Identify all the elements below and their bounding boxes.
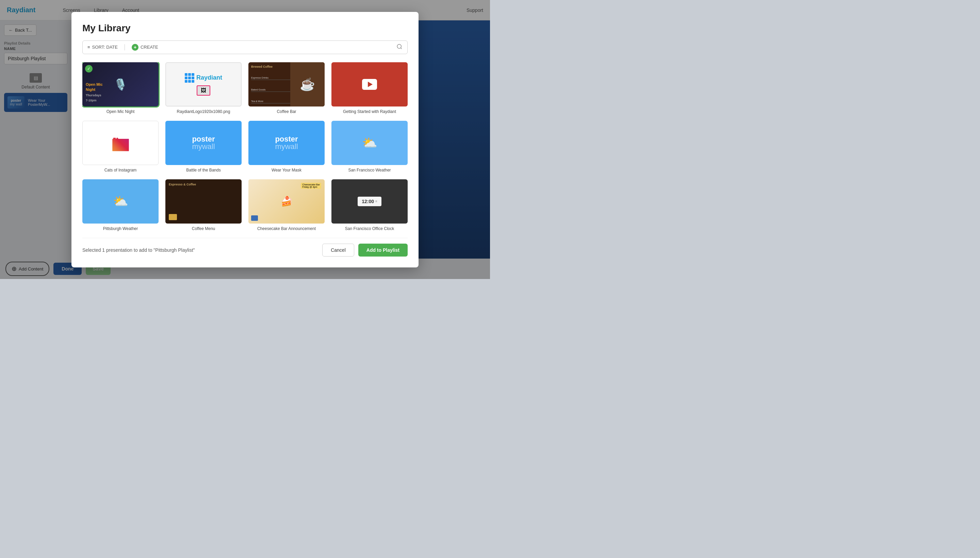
- list-item[interactable]: Raydiant 🖼 RaydiantLogo1920x1080.png: [165, 62, 241, 114]
- toolbar-separator: [125, 44, 125, 50]
- media-label: Cats of Instagram: [105, 168, 137, 172]
- thumbnail-wear-mask: poster mywall: [248, 121, 325, 165]
- list-item[interactable]: ✓ 🎙️ Open MicNightThursdays7-10pm Open M…: [82, 62, 159, 114]
- modal-footer: Selected 1 presentation to add to "Pitts…: [82, 238, 408, 256]
- create-button[interactable]: + CREATE: [132, 44, 158, 51]
- thumbnail-coffee-bar: Brewed Coffee Espresso Drinks Baked Good…: [248, 62, 325, 107]
- media-label: Getting Started with Raydiant: [343, 109, 396, 114]
- image-placeholder-icon: 🖼: [197, 85, 210, 95]
- media-label: San Francisco Office Clock: [345, 226, 394, 231]
- modal-overlay: My Library ≡ SORT: DATE + CREATE: [0, 0, 490, 279]
- media-label: Coffee Menu: [192, 226, 215, 231]
- thumbnail-sf-weather: ⛅: [332, 121, 408, 165]
- cancel-button[interactable]: Cancel: [322, 244, 354, 256]
- thumbnail-pittsburgh-weather: ⛅: [82, 179, 159, 223]
- list-item[interactable]: Brewed Coffee Espresso Drinks Baked Good…: [248, 62, 325, 114]
- media-label: San Francisco Weather: [348, 168, 391, 172]
- weather-icon: ⛅: [362, 136, 378, 150]
- thumbnail-open-mic-night: ✓ 🎙️ Open MicNightThursdays7-10pm: [82, 62, 159, 107]
- thumbnail-coffee-menu: Espresso & Coffee: [165, 179, 241, 223]
- clock-time: 12:00: [362, 199, 374, 204]
- modal-title: My Library: [82, 23, 408, 34]
- svg-point-0: [397, 44, 401, 48]
- thumbnail-battle-bands: poster mywall: [165, 121, 241, 165]
- media-label: Pittsburgh Weather: [103, 226, 138, 231]
- svg-line-1: [401, 48, 402, 49]
- media-label: RaydiantLogo1920x1080.png: [177, 109, 230, 114]
- list-item[interactable]: poster mywall Wear Your Mask: [248, 121, 325, 172]
- sort-button[interactable]: ≡ SORT: DATE: [87, 44, 118, 50]
- thumbnail-raydiant-logo: Raydiant 🖼: [165, 62, 241, 107]
- modal-toolbar: ≡ SORT: DATE + CREATE: [82, 41, 408, 54]
- sort-icon: ≡: [87, 44, 90, 50]
- selected-info: Selected 1 presentation to add to "Pitts…: [82, 247, 195, 253]
- media-label: Battle of the Bands: [186, 168, 220, 172]
- add-to-playlist-button[interactable]: Add to Playlist: [358, 244, 408, 256]
- thumbnail-cats-instagram: 📷: [82, 121, 159, 165]
- weather-icon: ⛅: [113, 194, 128, 208]
- search-icon[interactable]: [396, 44, 402, 51]
- media-label: Cheesecake Bar Announcement: [257, 226, 316, 231]
- media-label: Coffee Bar: [277, 109, 296, 114]
- create-label: CREATE: [141, 44, 158, 50]
- list-item[interactable]: 📷 Cats of Instagram: [82, 121, 159, 172]
- list-item[interactable]: 🍰 Cheesecake BarFriday @ 4pm Cheesecake …: [248, 179, 325, 231]
- list-item[interactable]: Espresso & Coffee Coffee Menu: [165, 179, 241, 231]
- list-item[interactable]: 12:00 ≡ San Francisco Office Clock: [332, 179, 408, 231]
- instagram-icon: 📷: [111, 134, 130, 152]
- list-item[interactable]: ⛅ San Francisco Weather: [332, 121, 408, 172]
- youtube-play-button: [362, 79, 377, 90]
- list-item[interactable]: poster mywall Battle of the Bands: [165, 121, 241, 172]
- thumbnail-cheesecake-bar: 🍰 Cheesecake BarFriday @ 4pm: [248, 179, 325, 223]
- media-label: Open Mic Night: [107, 109, 135, 114]
- footer-actions: Cancel Add to Playlist: [322, 244, 408, 256]
- thumbnail-getting-started: [332, 62, 408, 107]
- media-grid: ✓ 🎙️ Open MicNightThursdays7-10pm Open M…: [82, 62, 408, 231]
- list-item[interactable]: Getting Started with Raydiant: [332, 62, 408, 114]
- thumbnail-sf-office-clock: 12:00 ≡: [332, 179, 408, 223]
- create-plus-icon: +: [132, 44, 138, 51]
- sort-label: SORT: DATE: [92, 44, 118, 50]
- raydiant-logo-grid: [185, 73, 194, 83]
- my-library-modal: My Library ≡ SORT: DATE + CREATE: [71, 12, 419, 268]
- list-item[interactable]: ⛅ Pittsburgh Weather: [82, 179, 159, 231]
- selected-checkmark: ✓: [85, 65, 92, 72]
- media-label: Wear Your Mask: [272, 168, 302, 172]
